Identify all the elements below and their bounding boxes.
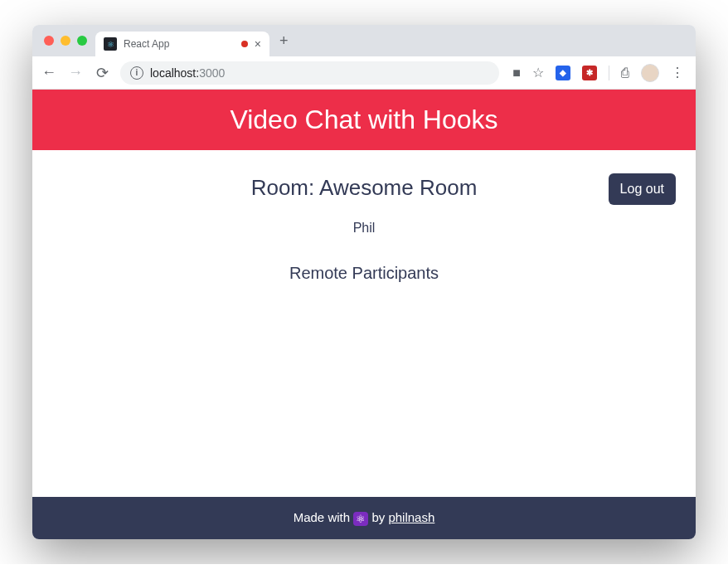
browser-window: ⚛ React App × + ← → ⟳ i localhost:3000 ■… (32, 25, 696, 539)
url-port: 3000 (199, 66, 225, 80)
app-root: Video Chat with Hooks Room: Awesome Room… (32, 90, 696, 539)
url-host: localhost: (150, 66, 199, 80)
forward-button[interactable]: → (67, 64, 84, 81)
window-maximize-button[interactable] (77, 36, 87, 46)
room-title: Room: Awesome Room (52, 175, 676, 201)
tab-close-button[interactable]: × (255, 37, 261, 51)
chrome-menu-icon[interactable]: ⋮ (671, 65, 684, 80)
tab-title: React App (124, 38, 235, 50)
recording-indicator-icon (241, 41, 248, 47)
camera-icon[interactable]: ■ (512, 66, 521, 80)
extension-bitwarden-icon[interactable]: ◆ (556, 66, 570, 80)
extension-icon[interactable]: ✱ (582, 66, 597, 80)
cast-icon[interactable]: ⎙ (621, 66, 629, 80)
logout-button[interactable]: Log out (609, 173, 676, 205)
remote-participants-heading: Remote Participants (52, 264, 676, 283)
app-title: Video Chat with Hooks (230, 105, 497, 134)
bookmark-star-icon[interactable]: ☆ (532, 65, 544, 80)
react-atom-icon: ⚛ (353, 512, 368, 526)
app-header: Video Chat with Hooks (32, 90, 696, 150)
window-close-button[interactable] (44, 36, 54, 46)
app-main: Room: Awesome Room Log out Phil Remote P… (32, 150, 696, 497)
new-tab-button[interactable]: + (269, 32, 298, 50)
footer-author-link[interactable]: philnash (388, 510, 434, 524)
local-participant-name: Phil (52, 221, 676, 236)
reload-button[interactable]: ⟳ (94, 64, 110, 82)
chrome-toolbar: ← → ⟳ i localhost:3000 ■ ☆ ◆ ✱ ⎙ ⋮ (32, 56, 696, 90)
app-footer: Made with ⚛ by philnash (32, 497, 696, 539)
toolbar-divider (609, 66, 609, 80)
footer-by: by (371, 510, 388, 524)
chrome-tab-strip: ⚛ React App × + (32, 25, 696, 56)
back-button[interactable]: ← (41, 64, 57, 81)
window-minimize-button[interactable] (61, 36, 70, 46)
toolbar-actions: ■ ☆ ◆ ✱ ⎙ ⋮ (509, 64, 687, 82)
site-info-icon[interactable]: i (130, 66, 143, 80)
profile-avatar[interactable] (641, 64, 659, 82)
window-controls (39, 36, 95, 46)
react-favicon: ⚛ (104, 37, 117, 51)
footer-made-with: Made with (294, 510, 354, 524)
browser-tab[interactable]: ⚛ React App × (95, 32, 269, 56)
address-bar[interactable]: i localhost:3000 (120, 61, 499, 85)
